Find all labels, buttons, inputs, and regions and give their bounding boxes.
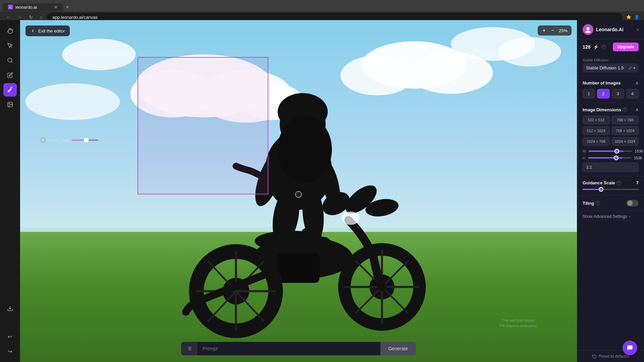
model-share-btn[interactable]: ⤢ (629, 66, 632, 70)
tab-title: leonardo.ai (15, 5, 37, 10)
tiling-title: Tiling (583, 201, 594, 206)
tiling-row: Tiling ? (583, 200, 639, 206)
reset-defaults-label: Reset to defaults (599, 354, 629, 359)
user-avatar (583, 24, 593, 35)
panel-header: Leonardo.Ai › (577, 20, 644, 39)
tiling-section: Tiling ? (577, 196, 644, 211)
dim-768x1024-btn[interactable]: 768 × 1024 (612, 126, 639, 135)
svg-point-52 (586, 31, 590, 33)
dim-768x768-btn[interactable]: 768 × 768 (612, 116, 639, 124)
lasso-tool-btn[interactable] (3, 54, 17, 67)
credits-info-icon[interactable]: ? (601, 45, 606, 49)
guidance-scale-info-icon[interactable]: ? (616, 181, 621, 185)
user-name: Leonardo.Ai (596, 27, 624, 32)
guidance-scale-header: Guidance Scale ? 7 (583, 180, 639, 185)
mask-only-overlay: Mask Only (40, 137, 98, 143)
credits-row: 128 ⚡ ? Upgrade (577, 39, 644, 55)
guidance-scale-title: Guidance Scale (583, 180, 615, 185)
num-images-section: Number of Images ∧ 1 2 3 4 (577, 76, 644, 103)
height-label: H (583, 156, 585, 160)
width-label: W (583, 149, 586, 153)
mask-only-toggle[interactable] (40, 137, 46, 143)
exit-editor-btn[interactable]: Exit the editor (25, 25, 70, 36)
forward-btn[interactable]: → (15, 14, 24, 20)
watermark: This will Duel tolroot PR felanros evalu… (499, 318, 537, 328)
model-selector[interactable]: Stable Diffusion 1.5 ⤢ ▾ (583, 63, 639, 72)
back-btn[interactable]: ← (4, 14, 13, 20)
tiling-title-row: Tiling ? (583, 201, 600, 206)
image-tool-btn[interactable] (3, 98, 17, 111)
width-slider[interactable] (589, 150, 632, 152)
exit-editor-label: Exit the editor (38, 28, 65, 34)
chat-bubble-btn[interactable] (623, 341, 637, 355)
zoom-level: 25% (557, 28, 569, 33)
profile-btn[interactable]: 👤 (633, 14, 640, 20)
svg-point-43 (278, 116, 332, 183)
zoom-out-btn[interactable]: − (549, 27, 556, 34)
browser-actions: ⭐ 👤 (625, 14, 640, 20)
prompt-settings-btn[interactable] (181, 342, 197, 355)
num-images-grid: 1 2 3 4 (583, 89, 639, 99)
advanced-settings-btn[interactable]: Show Advanced Settings › (577, 211, 644, 222)
image-dimensions-info-icon[interactable]: ? (623, 107, 627, 112)
width-slider-row: W 1536 px (583, 149, 639, 153)
edit-tool-btn[interactable] (3, 68, 17, 82)
guidance-scale-value: 7 (636, 180, 639, 185)
active-tab[interactable]: L leonardo.ai ✕ (3, 3, 63, 11)
refresh-btn[interactable]: ↻ (27, 14, 35, 20)
credits-icon: ⚡ (593, 44, 599, 50)
paint-tool-btn[interactable] (3, 83, 17, 97)
advanced-settings-arrow: › (629, 214, 631, 219)
undo-btn[interactable]: ↩ (3, 330, 17, 343)
model-actions: ⤢ ▾ (629, 66, 635, 70)
aspect-ratio-select[interactable]: 1:1 16:9 4:3 3:2 (583, 163, 639, 172)
tiling-toggle[interactable] (627, 200, 639, 206)
svg-rect-29 (278, 254, 319, 283)
guidance-title-row: Guidance Scale ? (583, 180, 621, 185)
image-dimensions-toggle-btn[interactable]: ∧ (635, 107, 639, 112)
num-images-1-btn[interactable]: 1 (583, 89, 595, 99)
dim-1024x1024-btn[interactable]: 1024 × 1024 (612, 137, 639, 146)
right-panel: Leonardo.Ai › 128 ⚡ ? Upgrade Stable Dif… (577, 20, 644, 362)
extensions-btn[interactable]: ⭐ (625, 14, 632, 20)
model-dropdown-btn[interactable]: ▾ (633, 66, 635, 70)
num-images-toggle-btn[interactable]: ∧ (635, 80, 639, 85)
svg-point-42 (255, 231, 325, 251)
dim-512x512-btn[interactable]: 512 × 512 (583, 116, 610, 124)
height-value: 1536 (634, 156, 642, 160)
image-dimensions-header: Image Dimensions ? ∧ (583, 107, 639, 112)
prompt-input[interactable] (197, 342, 380, 355)
browser-chrome: L leonardo.ai ✕ + ← → ↻ ⌂ app.leonardo.a… (0, 0, 644, 20)
panel-collapse-btn[interactable]: › (637, 26, 639, 33)
guidance-scale-section: Guidance Scale ? 7 (577, 176, 644, 196)
mask-only-label: Mask Only (48, 138, 69, 143)
canvas-area[interactable]: Mask Only Exit the editor + − 25% This w… (20, 20, 577, 362)
select-tool-btn[interactable] (3, 39, 17, 52)
home-btn[interactable]: ⌂ (38, 14, 44, 20)
num-images-3-btn[interactable]: 3 (612, 89, 624, 99)
height-slider[interactable] (588, 157, 631, 159)
dim-512x1024-btn[interactable]: 512 × 1024 (583, 126, 610, 135)
tiling-toggle-knob (627, 200, 633, 206)
num-images-2-btn[interactable]: 2 (597, 89, 609, 99)
generate-btn[interactable]: Generate (380, 342, 416, 355)
num-images-title: Number of Images (583, 80, 621, 85)
num-images-header: Number of Images ∧ (583, 80, 639, 85)
num-images-4-btn[interactable]: 4 (626, 89, 639, 99)
dim-1024x768-btn[interactable]: 1024 × 768 (583, 137, 610, 146)
image-dimensions-title-row: Image Dimensions ? (583, 107, 627, 112)
toolbar-bottom: ↩ ↪ (3, 302, 17, 358)
tab-close-btn[interactable]: ✕ (54, 5, 58, 10)
zoom-in-btn[interactable]: + (540, 27, 547, 34)
upgrade-btn[interactable]: Upgrade (613, 43, 639, 51)
mask-slider[interactable] (71, 140, 98, 140)
redo-btn[interactable]: ↪ (3, 345, 17, 358)
image-dimensions-title: Image Dimensions (583, 107, 621, 112)
new-tab-btn[interactable]: + (63, 3, 71, 11)
tiling-info-icon[interactable]: ? (595, 201, 600, 205)
hand-tool-btn[interactable] (3, 24, 17, 38)
dimensions-preset-grid: 512 × 512 768 × 768 512 × 1024 768 × 102… (583, 116, 639, 146)
svg-point-2 (9, 103, 9, 104)
download-btn[interactable] (3, 302, 17, 315)
guidance-scale-slider[interactable] (583, 189, 639, 190)
